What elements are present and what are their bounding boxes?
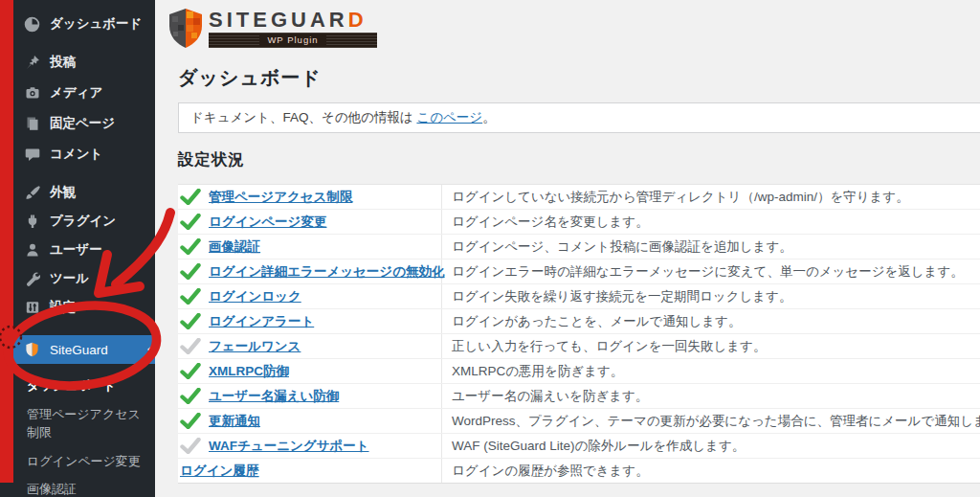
table-row: ログイン履歴 ログインの履歴が参照できます。 bbox=[178, 458, 980, 483]
submenu-item-login-page-change[interactable]: ログインページ変更 bbox=[0, 447, 155, 476]
sidebar-item-comments[interactable]: コメント bbox=[0, 139, 155, 169]
sidebar-item-pages[interactable]: 固定ページ bbox=[0, 108, 155, 139]
section-title: 設定状況 bbox=[178, 149, 980, 170]
main-content: SITEGUARD WP Plugin ダッシュボード ドキュメント、FAQ、そ… bbox=[155, 0, 980, 497]
sidebar-item-users[interactable]: ユーザー bbox=[0, 236, 155, 264]
siteguard-shield-logo bbox=[167, 8, 204, 54]
sidebar-item-label: ツール bbox=[50, 270, 89, 287]
table-row: ログインロック ログイン失敗を繰り返す接続元を一定期間ロックします。 bbox=[178, 283, 980, 308]
status-check-icon bbox=[180, 238, 203, 256]
admin-sidebar: ダッシュボード 投稿 メディア 固定ページ コメント 外観 bbox=[0, 0, 155, 497]
sidebar-item-label: メディア bbox=[50, 84, 102, 102]
table-row: WAFチューニングサポート WAF (SiteGuard Lite)の除外ルール… bbox=[178, 433, 980, 458]
sidebar-item-posts[interactable]: 投稿 bbox=[0, 47, 155, 78]
feature-description: ログインの履歴が参照できます。 bbox=[442, 463, 980, 480]
feature-description: ユーザー名の漏えいを防ぎます。 bbox=[442, 388, 980, 405]
feature-link[interactable]: ユーザー名漏えい防御 bbox=[209, 388, 339, 405]
sidebar-item-label: プラグイン bbox=[50, 213, 116, 230]
sidebar-item-settings[interactable]: 設定 bbox=[0, 293, 155, 322]
sidebar-item-label: SiteGuard bbox=[50, 343, 108, 357]
siteguard-submenu: ダッシュボード 管理ページアクセス制限 ログインページ変更 画像認証 ログイン詳… bbox=[0, 364, 155, 497]
feature-link[interactable]: ログインロック bbox=[209, 288, 301, 305]
status-check-icon bbox=[180, 313, 203, 330]
feature-link[interactable]: ログインアラート bbox=[209, 313, 314, 330]
logo-subtitle: WP Plugin bbox=[209, 33, 377, 48]
feature-link[interactable]: WAFチューニングサポート bbox=[209, 438, 369, 455]
current-menu-arrow-icon bbox=[147, 343, 155, 356]
status-check-icon bbox=[180, 263, 203, 281]
table-row: ログイン詳細エラーメッセージの無効化 ログインエラー時の詳細なエラーメッセージに… bbox=[178, 259, 980, 283]
siteguard-logo: SITEGUARD WP Plugin bbox=[167, 8, 980, 50]
status-check-icon bbox=[180, 214, 203, 231]
sidebar-item-plugins[interactable]: プラグイン bbox=[0, 207, 155, 236]
feature-description: ログインエラー時の詳細なエラーメッセージに変えて、単一のメッセージを返します。 bbox=[442, 263, 980, 281]
settings-icon bbox=[24, 300, 40, 316]
table-row: 画像認証 ログインページ、コメント投稿に画像認証を追加します。 bbox=[178, 234, 980, 259]
feature-description: XMLRPCの悪用を防ぎます。 bbox=[442, 363, 980, 380]
feature-link[interactable]: 管理ページアクセス制限 bbox=[209, 189, 352, 206]
feature-link[interactable]: 画像認証 bbox=[209, 238, 260, 256]
page-title: ダッシュボード bbox=[178, 65, 980, 91]
status-check-icon bbox=[180, 413, 203, 430]
status-check-icon bbox=[180, 338, 203, 355]
feature-description: 正しい入力を行っても、ログインを一回失敗します。 bbox=[442, 338, 980, 355]
user-icon bbox=[24, 242, 40, 259]
settings-status-table: 管理ページアクセス制限 ログインしていない接続元から管理ディレクトリ（/wp-a… bbox=[178, 184, 980, 484]
sidebar-item-appearance[interactable]: 外観 bbox=[0, 178, 155, 207]
sidebar-item-label: コメント bbox=[50, 146, 102, 163]
table-row: 管理ページアクセス制限 ログインしていない接続元から管理ディレクトリ（/wp-a… bbox=[178, 185, 980, 209]
plugin-icon bbox=[24, 214, 40, 230]
dashboard-icon bbox=[24, 16, 40, 33]
table-row: ログインアラート ログインがあったことを、メールで通知します。 bbox=[178, 308, 980, 333]
table-row: ユーザー名漏えい防御 ユーザー名の漏えいを防ぎます。 bbox=[178, 383, 980, 408]
pages-icon bbox=[24, 116, 40, 132]
table-row: フェールワンス 正しい入力を行っても、ログインを一回失敗します。 bbox=[178, 333, 980, 358]
feature-link[interactable]: フェールワンス bbox=[209, 338, 301, 355]
status-check-icon bbox=[180, 388, 203, 405]
feature-description: ログインページ、コメント投稿に画像認証を追加します。 bbox=[442, 238, 980, 256]
shield-icon bbox=[24, 342, 40, 358]
table-row: XMLRPC防御 XMLRPCの悪用を防ぎます。 bbox=[178, 358, 980, 383]
appearance-brush-icon bbox=[24, 185, 40, 201]
sidebar-item-siteguard[interactable]: SiteGuard bbox=[0, 335, 155, 364]
comment-icon bbox=[24, 147, 40, 163]
submenu-item-dashboard[interactable]: ダッシュボード bbox=[0, 372, 155, 400]
feature-description: ログインがあったことを、メールで通知します。 bbox=[442, 313, 980, 330]
feature-description: WAF (SiteGuard Lite)の除外ルールを作成します。 bbox=[442, 438, 980, 455]
submenu-item-admin-page-access[interactable]: 管理ページアクセス制限 bbox=[0, 400, 155, 447]
feature-description: ログインしていない接続元から管理ディレクトリ（/wp-admin/）を守ります。 bbox=[442, 189, 980, 206]
sidebar-item-media[interactable]: メディア bbox=[0, 78, 155, 108]
media-icon bbox=[24, 85, 40, 102]
status-check-icon bbox=[180, 438, 203, 455]
info-box: ドキュメント、FAQ、その他の情報は このページ。 bbox=[178, 102, 980, 133]
info-page-link[interactable]: このページ bbox=[416, 110, 482, 124]
sidebar-item-dashboard[interactable]: ダッシュボード bbox=[0, 9, 155, 39]
feature-description: ログイン失敗を繰り返す接続元を一定期間ロックします。 bbox=[442, 288, 980, 305]
pushpin-icon bbox=[24, 55, 40, 71]
sidebar-item-label: 固定ページ bbox=[50, 115, 115, 132]
status-check-icon bbox=[180, 189, 203, 206]
info-text: ドキュメント、FAQ、その他の情報は bbox=[190, 110, 416, 124]
feature-link[interactable]: XMLRPC防御 bbox=[209, 363, 289, 380]
sidebar-item-label: ユーザー bbox=[50, 241, 102, 259]
status-check-icon bbox=[180, 288, 203, 305]
sidebar-item-label: ダッシュボード bbox=[50, 15, 142, 33]
sidebar-item-tools[interactable]: ツール bbox=[0, 264, 155, 293]
sidebar-item-label: 設定 bbox=[50, 299, 76, 316]
feature-link[interactable]: ログイン詳細エラーメッセージの無効化 bbox=[209, 263, 444, 281]
feature-link[interactable]: 更新通知 bbox=[209, 413, 260, 430]
feature-description: WordPress、プラグイン、テーマの更新が必要になった場合に、管理者にメール… bbox=[442, 413, 980, 430]
logo-title: SITEGUARD bbox=[209, 10, 377, 31]
table-row: ログインページ変更 ログインページ名を変更します。 bbox=[178, 209, 980, 234]
table-row: 更新通知 WordPress、プラグイン、テーマの更新が必要になった場合に、管理… bbox=[178, 408, 980, 433]
status-check-icon bbox=[180, 363, 203, 380]
feature-link[interactable]: ログイン履歴 bbox=[180, 463, 258, 480]
submenu-item-image-auth[interactable]: 画像認証 bbox=[0, 475, 155, 497]
sidebar-item-label: 外観 bbox=[50, 184, 76, 201]
feature-description: ログインページ名を変更します。 bbox=[442, 214, 980, 231]
feature-link[interactable]: ログインページ変更 bbox=[209, 214, 326, 231]
sidebar-item-label: 投稿 bbox=[50, 54, 76, 71]
tools-wrench-icon bbox=[24, 271, 40, 287]
